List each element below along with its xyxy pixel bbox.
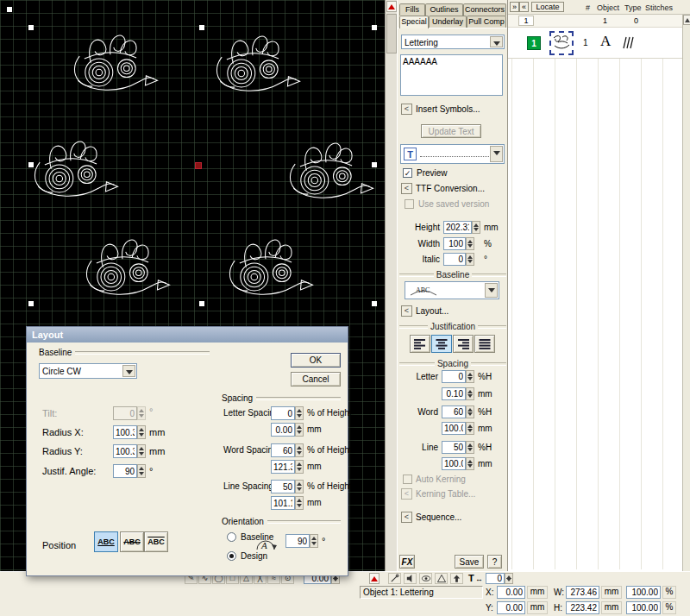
- justify-angle-input[interactable]: [113, 464, 137, 478]
- column-header-object[interactable]: Object: [597, 3, 619, 12]
- radius-x-spinner[interactable]: [137, 425, 146, 439]
- letter-width-icon[interactable]: T: [468, 573, 474, 583]
- tab-connectors[interactable]: Connectors: [463, 3, 506, 16]
- lettering-design-object[interactable]: [283, 138, 382, 207]
- use-saved-version-checkbox[interactable]: [405, 199, 414, 209]
- letter-angle-input[interactable]: [486, 573, 505, 584]
- justify-right-button[interactable]: [453, 335, 474, 353]
- tab-underlay[interactable]: Underlay: [429, 16, 467, 28]
- letter-spacing-input[interactable]: [442, 370, 466, 383]
- word-spacing-mm-spinner[interactable]: [295, 460, 304, 474]
- italic-input[interactable]: [443, 253, 466, 266]
- y-coordinate-input[interactable]: [497, 601, 525, 614]
- selection-handle[interactable]: [199, 301, 204, 306]
- lettering-design-object[interactable]: [79, 235, 179, 304]
- letter-spacing-pct-input[interactable]: [271, 406, 295, 420]
- tab-outlines[interactable]: Outlines: [425, 3, 463, 16]
- radius-x-input[interactable]: [113, 425, 137, 439]
- selection-handle[interactable]: [372, 301, 377, 306]
- orientation-angle-input[interactable]: [285, 534, 310, 548]
- word-spacing-spinner[interactable]: [466, 405, 474, 418]
- lettering-text-input[interactable]: AAAAAA: [400, 54, 503, 96]
- word-spacing-mm-input[interactable]: [442, 422, 466, 435]
- letter-spacing-mm-input[interactable]: [442, 387, 466, 400]
- collapse-arrow-icon[interactable]: <: [401, 104, 412, 115]
- collapse-arrow-icon[interactable]: <: [401, 183, 412, 194]
- layout-button[interactable]: Layout...: [416, 306, 448, 316]
- tab-special[interactable]: Special: [399, 16, 429, 28]
- scroll-up-button[interactable]: [386, 1, 397, 12]
- letter-spacing-pct-spinner[interactable]: [295, 406, 304, 420]
- selection-handle[interactable]: [199, 25, 204, 30]
- height-spinner[interactable]: [472, 221, 480, 234]
- width-spinner[interactable]: [466, 237, 474, 250]
- line-spacing-mm-spinner[interactable]: [295, 496, 304, 510]
- line-spacing-mm-input[interactable]: [442, 457, 466, 470]
- rotation-center-marker[interactable]: [195, 162, 202, 169]
- justify-left-button[interactable]: [410, 335, 430, 353]
- needle-point-icon[interactable]: [388, 573, 401, 584]
- radius-y-input[interactable]: [113, 444, 137, 458]
- dialog-title-bar[interactable]: Layout: [27, 327, 348, 343]
- ttf-conversion-button[interactable]: TTF Conversion...: [416, 184, 485, 193]
- line-spacing-mm-spinner[interactable]: [466, 457, 474, 470]
- sequence-button[interactable]: Sequence...: [416, 512, 461, 522]
- orientation-angle-spinner[interactable]: [310, 534, 318, 548]
- position-below-button[interactable]: ABC: [94, 531, 118, 552]
- selection-handle[interactable]: [372, 162, 377, 167]
- width-input[interactable]: [443, 237, 466, 250]
- lettering-design-object[interactable]: [28, 136, 127, 205]
- sound-icon[interactable]: [404, 573, 417, 584]
- scrollbar-thumb[interactable]: [386, 14, 397, 53]
- word-spacing-pct-input[interactable]: [271, 443, 295, 457]
- column-header-type[interactable]: Type: [624, 3, 642, 12]
- arrow-up-icon[interactable]: [450, 573, 463, 584]
- line-spacing-input[interactable]: [442, 441, 466, 454]
- line-spacing-mm-input[interactable]: [271, 496, 295, 510]
- chevron-down-icon[interactable]: [490, 146, 503, 162]
- insert-symbols-button[interactable]: Insert Symbols...: [416, 104, 480, 114]
- object-list-empty-area[interactable]: [511, 59, 682, 569]
- chevron-down-icon[interactable]: [122, 365, 135, 377]
- italic-spinner[interactable]: [466, 253, 474, 266]
- show-hide-eye-icon[interactable]: [419, 573, 432, 584]
- tab-fills[interactable]: Fills: [399, 3, 425, 16]
- selection-handle[interactable]: [372, 25, 377, 30]
- object-list-item[interactable]: 1 1 A: [508, 28, 682, 59]
- justify-angle-spinner[interactable]: [137, 464, 146, 478]
- justify-center-button[interactable]: [431, 335, 452, 353]
- word-spacing-mm-input[interactable]: [271, 460, 295, 474]
- column-header-stitches[interactable]: Stitches: [645, 3, 673, 12]
- word-spacing-input[interactable]: [442, 405, 466, 418]
- selection-handle[interactable]: [7, 7, 12, 12]
- collapse-arrow-icon[interactable]: <: [401, 512, 412, 523]
- lettering-design-object[interactable]: [67, 30, 166, 99]
- width-coordinate-input[interactable]: [566, 586, 599, 599]
- object-kind-select[interactable]: Lettering: [401, 35, 505, 49]
- lettering-design-object[interactable]: [210, 31, 309, 100]
- collapse-all-icon[interactable]: «: [519, 2, 529, 12]
- expand-all-icon[interactable]: »: [510, 2, 519, 12]
- position-above-button[interactable]: ABC: [144, 531, 168, 552]
- save-button[interactable]: Save: [455, 555, 484, 569]
- tab-pull-comp[interactable]: Pull Comp: [467, 16, 506, 28]
- radius-y-spinner[interactable]: [137, 444, 146, 458]
- chevron-down-icon[interactable]: [490, 36, 503, 47]
- column-header-number[interactable]: #: [586, 3, 590, 12]
- line-spacing-pct-spinner[interactable]: [295, 480, 304, 493]
- word-spacing-pct-spinner[interactable]: [295, 443, 304, 457]
- letter-spacing-mm-input[interactable]: [271, 423, 295, 437]
- object-list-scrollbar[interactable]: [682, 15, 690, 571]
- fx-button[interactable]: FX: [399, 555, 415, 569]
- line-spacing-spinner[interactable]: [466, 441, 474, 454]
- lettering-design-object[interactable]: [223, 235, 322, 304]
- color-group-row[interactable]: 1 1 0: [508, 15, 682, 28]
- orientation-design-radio[interactable]: [227, 551, 236, 561]
- letter-spacing-mm-spinner[interactable]: [295, 423, 304, 437]
- baseline-shape-select[interactable]: Circle CW: [39, 363, 137, 379]
- collapse-arrow-icon[interactable]: <: [401, 305, 412, 317]
- height-input[interactable]: [443, 221, 472, 234]
- color-number-badge[interactable]: 1: [527, 36, 541, 50]
- cancel-button[interactable]: Cancel: [291, 372, 341, 387]
- letter-spacing-mm-spinner[interactable]: [466, 387, 474, 400]
